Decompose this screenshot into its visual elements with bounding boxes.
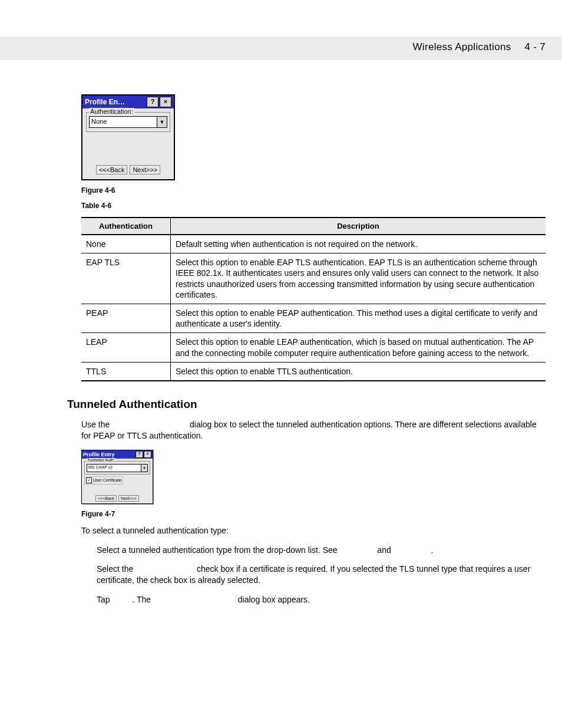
- profile-entry-dialog: Profile En… ? × Authentication: None ▼ <…: [81, 94, 175, 180]
- dropdown-value: MS CHAP v2: [87, 465, 141, 472]
- fieldset-legend: Tunneled Auth:: [87, 458, 115, 462]
- chevron-down-icon: ▼: [157, 117, 167, 127]
- next-button[interactable]: Next>>>: [130, 165, 160, 174]
- intro-paragraph: Use the dialog box to select the tunnele…: [81, 419, 546, 442]
- cell-auth: None: [81, 235, 171, 253]
- back-button[interactable]: <<<Back: [95, 495, 117, 502]
- user-certificate-checkbox[interactable]: ✓ User Certificate: [84, 476, 123, 485]
- cell-auth: LEAP: [81, 333, 171, 362]
- page-number: 4 - 7: [524, 41, 546, 52]
- cell-desc: Select this option to enable LEAP authen…: [171, 333, 546, 362]
- cell-desc: Select this option to enable EAP TLS aut…: [171, 253, 546, 304]
- step-1: Select a tunneled authentication type fr…: [97, 545, 546, 556]
- cell-auth: EAP TLS: [81, 253, 171, 304]
- th-authentication: Authentication: [81, 218, 171, 235]
- dialog-titlebar: Profile En… ? ×: [82, 95, 174, 108]
- text-fragment: dialog box to select the tunneled authen…: [81, 420, 537, 440]
- figure-caption-4-7: Figure 4-7: [81, 510, 546, 518]
- dialog-titlebar: Profile Entry ? ×: [82, 450, 153, 459]
- text-fragment: check box if a certificate is required. …: [97, 564, 530, 585]
- dialog-buttons: <<<Back Next>>>: [86, 165, 170, 174]
- table-row: TTLS Select this option to enable TTLS a…: [81, 362, 546, 381]
- section-heading: Tunneled Authentication: [67, 398, 546, 411]
- fieldset-legend: Authentication:: [89, 108, 134, 115]
- text-fragment: Select the: [97, 564, 135, 574]
- profile-entry-small-dialog: Profile Entry ? × Tunneled Auth: MS CHAP…: [81, 450, 153, 504]
- close-button[interactable]: ×: [144, 451, 151, 458]
- close-button[interactable]: ×: [160, 97, 171, 107]
- text-fragment: .: [431, 545, 434, 555]
- text-fragment: and: [377, 545, 393, 555]
- cell-desc: Select this option to enable TTLS authen…: [171, 362, 546, 381]
- dialog-title: Profile Entry: [83, 452, 135, 457]
- cell-auth: TTLS: [81, 362, 171, 381]
- dialog-buttons: <<<Back Next>>>: [84, 495, 150, 502]
- lead-sentence: To select a tunneled authentication type…: [81, 525, 546, 536]
- table-row: None Default setting when authentication…: [81, 235, 546, 253]
- content-area: Profile En… ? × Authentication: None ▼ <…: [81, 94, 546, 614]
- th-description: Description: [171, 218, 546, 235]
- authentication-fieldset: Authentication: None ▼: [86, 112, 170, 132]
- text-fragment: . The: [132, 595, 153, 604]
- dialog-body: Authentication: None ▼ <<<Back Next>>>: [82, 108, 174, 179]
- step-3: Tap . The dialog box appears.: [97, 594, 546, 605]
- text-fragment: Use the: [81, 420, 112, 429]
- back-button[interactable]: <<<Back: [96, 165, 128, 174]
- page-header: Wireless Applications 4 - 7: [0, 37, 562, 60]
- checkbox-label: User Certificate: [93, 478, 121, 482]
- help-button[interactable]: ?: [147, 97, 158, 107]
- tunneled-auth-fieldset: Tunneled Auth: MS CHAP v2 ▼: [84, 461, 150, 475]
- step-2: Select the check box if a certificate is…: [97, 564, 546, 586]
- tunneled-auth-dropdown[interactable]: MS CHAP v2 ▼: [87, 464, 148, 472]
- table-caption-4-6: Table 4-6: [81, 202, 546, 210]
- text-fragment: Tap: [97, 595, 112, 604]
- table-row: LEAP Select this option to enable LEAP a…: [81, 333, 546, 362]
- checkbox-box: ✓: [86, 477, 92, 483]
- chapter-title: Wireless Applications: [413, 41, 511, 52]
- table-row: EAP TLS Select this option to enable EAP…: [81, 253, 546, 304]
- page: Wireless Applications 4 - 7 Profile En… …: [0, 0, 562, 728]
- chevron-down-icon: ▼: [141, 465, 147, 472]
- authentication-dropdown[interactable]: None ▼: [89, 116, 167, 128]
- table-row: PEAP Select this option to enable PEAP a…: [81, 304, 546, 332]
- text-fragment: Select a tunneled authentication type fr…: [97, 545, 339, 555]
- dialog-title: Profile En…: [85, 98, 146, 106]
- header-text: Wireless Applications 4 - 7: [413, 41, 546, 53]
- figure-caption-4-6: Figure 4-6: [81, 186, 546, 195]
- cell-auth: PEAP: [81, 304, 171, 332]
- cell-desc: Default setting when authentication is n…: [171, 235, 546, 253]
- cell-desc: Select this option to enable PEAP authen…: [171, 304, 546, 332]
- authentication-table: Authentication Description None Default …: [81, 217, 546, 381]
- table-header-row: Authentication Description: [81, 218, 546, 235]
- dialog-body: Tunneled Auth: MS CHAP v2 ▼ ✓ User Certi…: [82, 459, 153, 503]
- step-list: Select a tunneled authentication type fr…: [97, 545, 546, 606]
- next-button[interactable]: Next>>>: [118, 495, 139, 502]
- help-button[interactable]: ?: [135, 451, 143, 458]
- text-fragment: dialog box appears.: [238, 595, 310, 604]
- dropdown-value: None: [90, 117, 157, 127]
